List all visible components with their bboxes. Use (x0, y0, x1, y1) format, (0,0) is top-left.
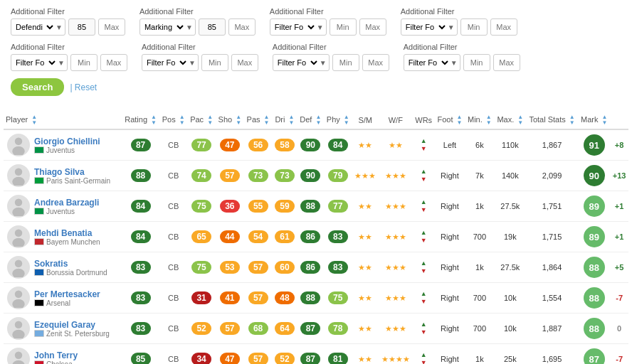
flag-icon-6 (34, 330, 44, 337)
chevron-down-icon-7: ▼ (320, 59, 329, 67)
player-name-2[interactable]: Andrea Barzagli (34, 198, 99, 208)
player-name-4[interactable]: Sokratis (34, 259, 107, 269)
filter-label-7: Additional Filter (273, 43, 389, 51)
pas-2: 55 (244, 191, 272, 222)
def-4: 86 (297, 252, 325, 283)
svg-point-12 (15, 321, 23, 329)
filter-min-5[interactable] (70, 54, 98, 71)
sho-7: 47 (216, 344, 244, 365)
player-name-3[interactable]: Mehdi Benatia (34, 228, 100, 238)
chevron-down-icon-6: ▼ (189, 59, 198, 67)
player-cell-4: Sokratis Borussia Dortmund (4, 252, 122, 283)
sm-2: ★★ (352, 191, 379, 222)
foot-7: Right (435, 344, 465, 365)
svg-point-2 (15, 168, 23, 176)
sort-arrows-mark: ▲▼ (601, 114, 607, 126)
filter-dropdown-6[interactable]: Filter Fo (142, 58, 189, 68)
col-pac[interactable]: Pac ▲▼ (187, 112, 215, 129)
reset-link[interactable]: | Reset (70, 82, 97, 92)
filter-min-4[interactable] (460, 18, 488, 36)
filter-max-2[interactable] (228, 18, 256, 36)
player-name-5[interactable]: Per Mertesacker (34, 289, 100, 299)
filter-dropdown-8[interactable]: Filter Fo (404, 58, 451, 68)
filter-select-8[interactable]: Filter Fo ▼ (404, 54, 460, 71)
col-def[interactable]: Def ▲▼ (297, 112, 325, 129)
pos-7: CB (159, 344, 187, 365)
filter-max-6[interactable] (231, 54, 258, 71)
filter-group-8: Additional Filter Filter Fo ▼ (404, 43, 520, 71)
filter-max-1[interactable] (98, 18, 125, 36)
filter-max-3[interactable] (359, 18, 386, 36)
col-foot[interactable]: Foot ▲▼ (435, 112, 465, 129)
filter-min-3[interactable] (330, 18, 357, 36)
filter-label-6: Additional Filter (142, 43, 258, 51)
filter-max-8[interactable] (493, 54, 520, 71)
filter-dropdown-7[interactable]: Filter Fo (273, 58, 320, 68)
col-action (610, 112, 628, 129)
filter-min-7[interactable] (332, 54, 359, 71)
filter-dropdown-4[interactable]: Filter Fo (401, 22, 448, 32)
col-rating[interactable]: Rating ▲▼ (122, 112, 159, 129)
filter-dropdown-5[interactable]: Filter Fo (11, 58, 58, 68)
player-name-6[interactable]: Ezequiel Garay (34, 320, 110, 330)
col-pas[interactable]: Pas ▲▼ (244, 112, 272, 129)
flag-icon-7 (34, 360, 44, 364)
filter-select-5[interactable]: Filter Fo ▼ (11, 54, 68, 71)
filter-min-1[interactable] (68, 18, 95, 36)
col-phy[interactable]: Phy ▲▼ (324, 112, 352, 129)
filter-select-7[interactable]: Filter Fo ▼ (273, 54, 330, 71)
sort-arrows-player: ▲▼ (31, 114, 37, 126)
sort-arrows-phy: ▲▼ (344, 114, 349, 126)
filter-select-6[interactable]: Filter Fo ▼ (142, 54, 199, 71)
pos-0: CB (159, 129, 187, 161)
player-name-1[interactable]: Thiago Silva (34, 167, 110, 177)
filter-min-6[interactable] (201, 54, 228, 71)
filter-max-7[interactable] (362, 54, 389, 71)
filter-select-3[interactable]: Filter Fo ▼ (270, 18, 327, 36)
min-1: 7k (465, 161, 494, 191)
min-3: 700 (465, 222, 494, 252)
col-sho[interactable]: Sho ▲▼ (216, 112, 244, 129)
total-stats-1: 2,099 (526, 161, 578, 191)
player-name-7[interactable]: John Terry (34, 350, 78, 360)
filter-min-2[interactable] (199, 18, 226, 36)
player-name-0[interactable]: Giorgio Chiellini (34, 136, 100, 146)
svg-point-3 (12, 177, 25, 186)
filter-dropdown-3[interactable]: Filter Fo (270, 22, 317, 32)
col-sm[interactable]: S/M (352, 112, 379, 129)
col-wf[interactable]: W/F (379, 112, 413, 129)
max-5: 10k (495, 283, 526, 314)
col-wrs[interactable]: WRs (413, 112, 435, 129)
col-dri[interactable]: Dri ▲▼ (272, 112, 297, 129)
filter-dropdown-2[interactable]: Marking (140, 22, 186, 32)
filter-max-4[interactable] (490, 18, 517, 36)
rating-5: 83 (122, 283, 159, 314)
filter-group-6: Additional Filter Filter Fo ▼ (142, 43, 258, 71)
col-mark[interactable]: Mark ▲▼ (578, 112, 610, 129)
col-player[interactable]: Player ▲▼ (4, 112, 122, 129)
filter-group-2: Additional Filter Marking ▼ (139, 7, 256, 36)
col-pos[interactable]: Pos ▲▼ (159, 112, 187, 129)
club-name-6: Zenit St. Petersburg (46, 330, 110, 338)
player-club-5: Arsenal (34, 299, 100, 307)
col-max[interactable]: Max. ▲▼ (495, 112, 526, 129)
filter-inputs-6: Filter Fo ▼ (142, 54, 258, 71)
col-min[interactable]: Min. ▲▼ (465, 112, 494, 129)
search-button[interactable]: Search (11, 78, 64, 96)
col-total-stats[interactable]: Total Stats ▲▼ (526, 112, 578, 129)
filter-select-2[interactable]: Marking ▼ (139, 18, 196, 36)
filter-select-4[interactable]: Filter Fo ▼ (401, 18, 458, 36)
filter-max-5[interactable] (100, 54, 127, 71)
pos-4: CB (159, 252, 187, 283)
svg-point-11 (12, 299, 25, 308)
filter-dropdown-1[interactable]: Defendi (11, 22, 56, 32)
mark-6: 88 (578, 314, 610, 344)
wf-7: ★★★★ (379, 344, 413, 365)
foot-6: Right (435, 314, 465, 344)
wrs-7: ▲▼ (413, 344, 435, 365)
pac-6: 52 (187, 314, 215, 344)
filter-label-4: Additional Filter (401, 7, 517, 16)
filter-min-8[interactable] (463, 54, 490, 71)
player-club-6: Zenit St. Petersburg (34, 330, 110, 338)
filter-select-1[interactable]: Defendi ▼ (11, 18, 65, 36)
